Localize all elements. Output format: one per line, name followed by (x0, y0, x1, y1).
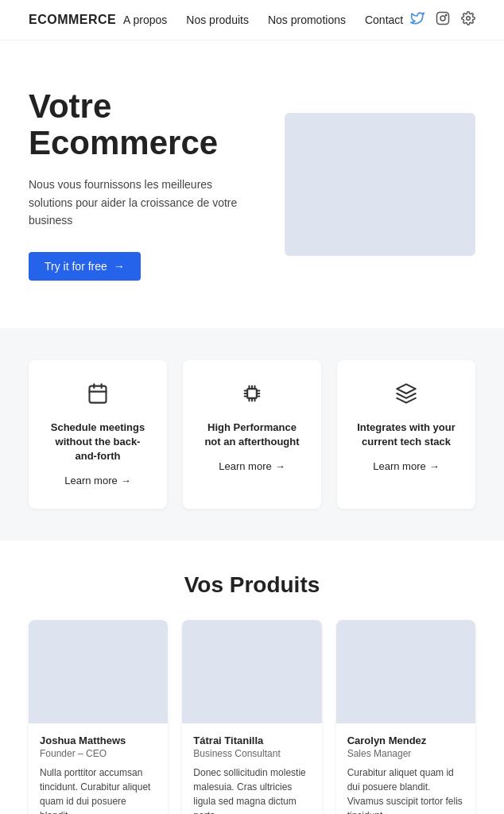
nav-nos-produits[interactable]: Nos produits (186, 14, 249, 26)
features-section: Schedule meetings without the back-and-f… (0, 328, 504, 541)
nav-nos-promotions[interactable]: Nos promotions (268, 14, 346, 26)
svg-point-2 (445, 14, 447, 16)
product-image-tatrai (182, 620, 321, 723)
svg-rect-4 (90, 386, 107, 402)
feature-link-schedule[interactable]: Learn more → (64, 475, 130, 486)
product-name-tatrai: Tátrai Titanilla (193, 735, 310, 746)
product-desc-tatrai: Donec sollicitudin molestie malesuia. Cr… (193, 766, 310, 814)
products-grid: Joshua Matthews Founder – CEO Nulla port… (29, 620, 475, 814)
product-desc-carolyn: Curabitur aliquet quam id dui posuere bl… (347, 766, 464, 814)
product-card-carolyn: Carolyn Mendez Sales Manager Curabitur a… (336, 620, 475, 814)
twitter-icon[interactable] (410, 11, 425, 29)
site-logo: ECOMMERCE (29, 13, 116, 27)
calendar-icon (87, 382, 109, 409)
feature-link-integrates[interactable]: Learn more → (373, 460, 439, 472)
products-section: Vos Produits Joshua Matthews Founder – C… (0, 541, 504, 814)
feature-card-schedule: Schedule meetings without the back-and-f… (29, 360, 167, 510)
instagram-icon[interactable] (436, 11, 450, 29)
product-role-joshua: Founder – CEO (40, 748, 157, 759)
hero-cta-button[interactable]: Try it for free → (29, 252, 141, 281)
product-card-joshua: Joshua Matthews Founder – CEO Nulla port… (29, 620, 168, 814)
svg-rect-8 (247, 389, 257, 398)
product-name-carolyn: Carolyn Mendez (347, 735, 464, 746)
feature-link-performance[interactable]: Learn more → (219, 460, 285, 472)
nav-a-propos[interactable]: A propos (123, 14, 167, 26)
hero-subtitle: Nous vous fournissons les meilleures sol… (29, 176, 259, 229)
svg-marker-21 (397, 384, 415, 393)
svg-point-1 (440, 16, 445, 21)
product-card-tatrai: Tátrai Titanilla Business Consultant Don… (182, 620, 321, 814)
svg-point-3 (467, 17, 471, 21)
products-title: Vos Produits (29, 572, 475, 598)
product-role-tatrai: Business Consultant (193, 748, 310, 759)
hero-title: Votre Ecommerce (29, 88, 259, 161)
nav-contact[interactable]: Contact (365, 14, 403, 26)
cpu-icon (241, 382, 263, 409)
layers-icon (395, 382, 417, 409)
feature-card-performance: High Performance not an afterthought Lea… (183, 360, 321, 510)
navbar: ECOMMERCE A propos Nos produits Nos prom… (0, 0, 504, 41)
product-image-joshua (29, 620, 168, 723)
product-desc-joshua: Nulla porttitor accumsan tincidunt. Cura… (40, 766, 157, 814)
feature-title-performance: High Performance not an afterthought (200, 421, 304, 449)
product-name-joshua: Joshua Matthews (40, 735, 157, 746)
feature-card-integrates: Integrates with your current tech stack … (337, 360, 475, 510)
product-role-carolyn: Sales Manager (347, 748, 464, 759)
svg-rect-0 (437, 13, 449, 25)
feature-title-integrates: Integrates with your current tech stack (355, 421, 458, 449)
nav-links: A propos Nos produits Nos promotions Con… (123, 14, 403, 26)
hero-text-block: Votre Ecommerce Nous vous fournissons le… (29, 88, 259, 281)
hero-section: Votre Ecommerce Nous vous fournissons le… (0, 41, 504, 328)
hero-image-placeholder (285, 113, 475, 256)
settings-icon[interactable] (461, 11, 475, 29)
product-image-carolyn (336, 620, 475, 723)
nav-social-icons (410, 11, 475, 29)
feature-title-schedule: Schedule meetings without the back-and-f… (46, 421, 149, 464)
